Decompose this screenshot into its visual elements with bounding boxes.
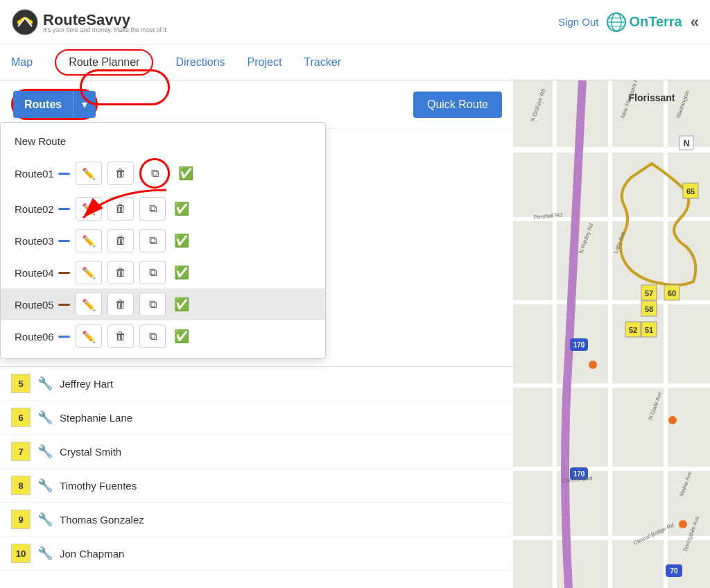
route-03-edit[interactable]: ✏️ (76, 229, 102, 252)
route-06-copy[interactable]: ⧉ (139, 325, 166, 348)
svg-point-42 (679, 520, 687, 528)
route-06-delete[interactable]: 🗑 (107, 325, 134, 348)
route-05-label: Route05 (15, 299, 70, 311)
stop-item-5: 5 🔧 Jeffrey Hart (0, 367, 513, 401)
stop-wrench-icon-8: 🔧 (37, 478, 53, 493)
svg-text:65: 65 (686, 187, 695, 196)
logo-tagline: It's your time and money. Make the most … (43, 26, 168, 33)
route-04-delete[interactable]: 🗑 (107, 261, 134, 284)
route-01-edit[interactable]: ✏️ (76, 162, 102, 185)
route-04-edit[interactable]: ✏️ (76, 261, 102, 284)
route-row-2: Route02 ✏️ 🗑 ⧉ ✅ (1, 193, 325, 225)
svg-text:170: 170 (573, 341, 585, 349)
routes-button[interactable]: Routes (13, 91, 73, 118)
quick-route-button[interactable]: Quick Route (413, 92, 502, 118)
stop-name-8: Timothy Fuentes (60, 480, 137, 492)
route-02-edit[interactable]: ✏️ (76, 197, 102, 220)
route-row-1: Route01 ✏️ 🗑 ⧉ ✅ (1, 154, 325, 193)
route-05-copy[interactable]: ⧉ (139, 293, 166, 316)
route-05-dash (58, 304, 70, 306)
nav-route-planner[interactable]: Route Planner (55, 49, 153, 76)
svg-text:60: 60 (668, 289, 676, 297)
map-panel[interactable]: 57 58 60 51 52 65 170 170 70 N Florissan… (513, 80, 710, 588)
route-04-copy[interactable]: ⧉ (139, 261, 166, 284)
nav-directions[interactable]: Directions (175, 46, 225, 78)
svg-text:52: 52 (629, 326, 637, 334)
logo-savvy-text: Savvy (86, 11, 130, 28)
route-06-dash (58, 336, 70, 338)
header-center: Sign Out OnTerra « (558, 12, 699, 32)
route-03-label: Route03 (15, 235, 70, 247)
left-panel: Routes ▾ Quick Route New Route Route01 (0, 80, 513, 588)
svg-text:N: N (684, 139, 690, 148)
collapse-button[interactable]: « (691, 13, 699, 31)
stop-wrench-icon-5: 🔧 (37, 376, 53, 391)
svg-text:70: 70 (670, 567, 678, 575)
route-02-label: Route02 (15, 203, 70, 215)
route-06-edit[interactable]: ✏️ (76, 325, 102, 348)
route-03-copy[interactable]: ⧉ (139, 229, 166, 252)
nav-project[interactable]: Project (248, 46, 282, 78)
route-06-check: ✅ (174, 329, 189, 344)
route-05-delete[interactable]: 🗑 (107, 293, 134, 316)
onterra-logo: OnTerra (607, 12, 682, 32)
stop-number-6: 6 (11, 408, 31, 427)
route-04-check: ✅ (174, 265, 189, 280)
onterra-icon (607, 12, 626, 32)
stop-name-5: Jeffrey Hart (60, 378, 113, 390)
route-05-edit[interactable]: ✏️ (76, 293, 102, 316)
stop-wrench-icon-9: 🔧 (37, 512, 53, 527)
logo: RouteSavvy It's your time and money. Mak… (11, 8, 168, 36)
stop-item-9: 9 🔧 Thomas Gonzalez (0, 503, 513, 537)
route-05-check: ✅ (174, 297, 189, 312)
svg-text:Florissant: Florissant (629, 92, 675, 103)
route-03-delete[interactable]: 🗑 (107, 229, 134, 252)
route-row-4: Route04 ✏️ 🗑 ⧉ ✅ (1, 257, 325, 288)
stop-item-6: 6 🔧 Stephanie Lane (0, 401, 513, 435)
route-02-dash (58, 208, 70, 210)
route-row-6: Route06 ✏️ 🗑 ⧉ ✅ (1, 320, 325, 352)
nav-tracker[interactable]: Tracker (304, 46, 341, 78)
routes-dropdown-button[interactable]: ▾ (73, 91, 96, 118)
stop-name-9: Thomas Gonzalez (60, 514, 144, 526)
route-04-dash (58, 272, 70, 274)
stop-wrench-icon-7: 🔧 (37, 444, 53, 459)
stop-item-10: 10 🔧 Jon Chapman (0, 537, 513, 571)
route-02-check: ✅ (174, 201, 189, 216)
route-01-copy[interactable]: ⧉ (139, 158, 170, 189)
route-01-label: Route01 (15, 168, 70, 180)
svg-point-41 (668, 416, 677, 424)
logo-route-text: Route (43, 11, 86, 28)
svg-point-0 (12, 10, 37, 35)
route-04-label: Route04 (15, 267, 70, 279)
route-02-copy[interactable]: ⧉ (139, 197, 166, 220)
route-02-delete[interactable]: 🗑 (107, 197, 134, 220)
svg-text:57: 57 (645, 289, 653, 297)
logo-icon (11, 8, 39, 36)
stops-list: 5 🔧 Jeffrey Hart 6 🔧 Stephanie Lane 7 🔧 … (0, 366, 513, 588)
routes-button-group: Routes ▾ (11, 89, 98, 120)
route-01-dash (58, 173, 70, 175)
main-content: Routes ▾ Quick Route New Route Route01 (0, 80, 710, 588)
sign-out-button[interactable]: Sign Out (558, 16, 598, 28)
svg-point-40 (589, 361, 597, 369)
stop-number-9: 9 (11, 510, 31, 529)
stop-name-7: Crystal Smith (60, 446, 121, 458)
stop-item-7: 7 🔧 Crystal Smith (0, 435, 513, 469)
route-row-3: Route03 ✏️ 🗑 ⧉ ✅ (1, 225, 325, 257)
stop-number-5: 5 (11, 374, 31, 393)
svg-text:51: 51 (645, 326, 653, 334)
stop-name-10: Jon Chapman (60, 548, 124, 560)
header: RouteSavvy It's your time and money. Mak… (0, 0, 710, 44)
stop-number-7: 7 (11, 442, 31, 461)
stop-wrench-icon-10: 🔧 (37, 546, 53, 561)
route-06-label: Route06 (15, 331, 70, 343)
map-svg: 57 58 60 51 52 65 170 170 70 N Florissan… (513, 80, 710, 588)
new-route-item[interactable]: New Route (1, 128, 325, 154)
navigation: Map Route Planner Directions Project Tra… (0, 44, 710, 80)
stop-number-8: 8 (11, 476, 31, 495)
route-03-dash (58, 240, 70, 242)
logo-text: RouteSavvy It's your time and money. Mak… (43, 11, 168, 33)
nav-map[interactable]: Map (11, 46, 33, 78)
route-01-delete[interactable]: 🗑 (107, 162, 134, 185)
